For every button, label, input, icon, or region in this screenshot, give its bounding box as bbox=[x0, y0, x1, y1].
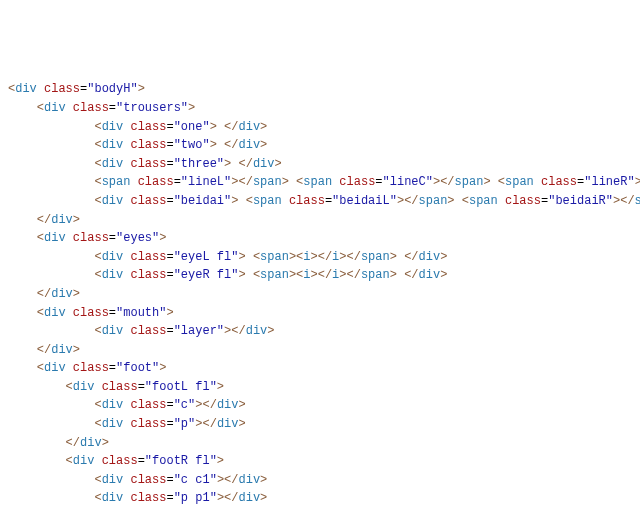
code-line: </div> bbox=[8, 285, 632, 304]
code-line: <div class="footL fl"> bbox=[8, 378, 632, 397]
code-line: <div class="c c1"></div> bbox=[8, 471, 632, 490]
code-line: <div class="eyeL fl"> <span><i></i></spa… bbox=[8, 248, 632, 267]
code-line: <div class="p"></div> bbox=[8, 415, 632, 434]
code-line: <div class="foot"> bbox=[8, 359, 632, 378]
code-line: </div> bbox=[8, 211, 632, 230]
code-line: <div class="beidai"> <span class="beidai… bbox=[8, 192, 632, 211]
code-line: <div class="two"> </div> bbox=[8, 136, 632, 155]
code-line: <div class="eyes"> bbox=[8, 229, 632, 248]
code-line: <div class="mouth"> bbox=[8, 304, 632, 323]
code-line: <span class="lineL"></span> <span class=… bbox=[8, 173, 632, 192]
code-line: <div class="c"></div> bbox=[8, 396, 632, 415]
code-line: <div class="p p1"></div> bbox=[8, 489, 632, 505]
code-line: </div> bbox=[8, 341, 632, 360]
code-line: <div class="bodyH"> bbox=[8, 80, 632, 99]
code-line: <div class="footR fl"> bbox=[8, 452, 632, 471]
code-line: <div class="trousers"> bbox=[8, 99, 632, 118]
code-block: <div class="bodyH"> <div class="trousers… bbox=[8, 80, 632, 505]
code-line: <div class="eyeR fl"> <span><i></i></spa… bbox=[8, 266, 632, 285]
code-line: </div> bbox=[8, 434, 632, 453]
code-line: <div class="three"> </div> bbox=[8, 155, 632, 174]
code-line: <div class="layer"></div> bbox=[8, 322, 632, 341]
code-line: <div class="one"> </div> bbox=[8, 118, 632, 137]
